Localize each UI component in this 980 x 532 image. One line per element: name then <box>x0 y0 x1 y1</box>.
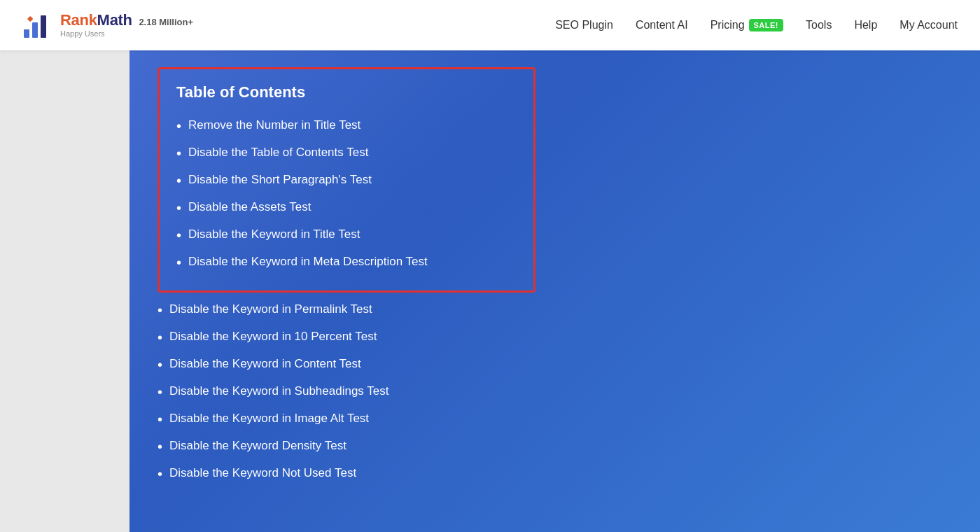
list-item[interactable]: Disable the Keyword in Meta Description … <box>176 249 517 276</box>
toc-outside-list: Disable the Keyword in Permalink Test Di… <box>158 297 952 488</box>
logo-name: RankMath <box>60 12 132 29</box>
list-item[interactable]: Disable the Keyword in Subheadings Test <box>158 379 952 406</box>
logo-users: 2.18 Million+ <box>136 18 193 27</box>
list-item[interactable]: Disable the Keyword in 10 Percent Test <box>158 324 952 351</box>
list-item[interactable]: Disable the Assets Test <box>176 195 517 222</box>
list-item[interactable]: Disable the Keyword Not Used Test <box>158 461 952 488</box>
content-area: Table of Contents Remove the Number in T… <box>130 50 980 532</box>
toc-boxed-list: Remove the Number in Title Test Disable … <box>176 113 517 276</box>
nav-tools[interactable]: Tools <box>806 19 832 31</box>
nav-pricing[interactable]: Pricing <box>710 19 745 31</box>
main-nav: SEO Plugin Content AI Pricing SALE! Tool… <box>555 19 958 31</box>
nav-content-ai[interactable]: Content AI <box>636 19 688 31</box>
header: RankMath 2.18 Million+ Happy Users SEO P… <box>0 0 980 50</box>
list-item[interactable]: Disable the Keyword in Image Alt Test <box>158 406 952 433</box>
logo-tagline: Happy Users <box>60 29 193 38</box>
list-item[interactable]: Disable the Keyword in Content Test <box>158 351 952 379</box>
nav-my-account[interactable]: My Account <box>899 19 958 31</box>
rankmath-logo-icon <box>22 10 53 41</box>
nav-pricing-group: Pricing SALE! <box>710 19 783 31</box>
nav-help[interactable]: Help <box>854 19 877 31</box>
logo-text-group: RankMath 2.18 Million+ Happy Users <box>60 12 193 38</box>
nav-seo-plugin[interactable]: SEO Plugin <box>555 19 613 31</box>
sale-badge: SALE! <box>749 19 784 31</box>
main-content: Table of Contents Remove the Number in T… <box>0 50 980 532</box>
svg-rect-3 <box>27 16 33 22</box>
table-of-contents-box: Table of Contents Remove the Number in T… <box>158 67 536 293</box>
svg-rect-1 <box>32 22 38 38</box>
list-item[interactable]: Remove the Number in Title Test <box>176 113 517 140</box>
list-item[interactable]: Disable the Keyword in Title Test <box>176 222 517 249</box>
logo-area: RankMath 2.18 Million+ Happy Users <box>22 10 193 41</box>
list-item[interactable]: Disable the Short Paragraph's Test <box>176 167 517 195</box>
list-item[interactable]: Disable the Table of Contents Test <box>176 140 517 167</box>
list-item[interactable]: Disable the Keyword in Permalink Test <box>158 297 952 324</box>
sidebar <box>0 50 130 532</box>
svg-rect-2 <box>41 15 46 38</box>
list-item[interactable]: Disable the Keyword Density Test <box>158 433 952 461</box>
svg-rect-0 <box>24 29 29 38</box>
toc-title: Table of Contents <box>176 83 517 102</box>
